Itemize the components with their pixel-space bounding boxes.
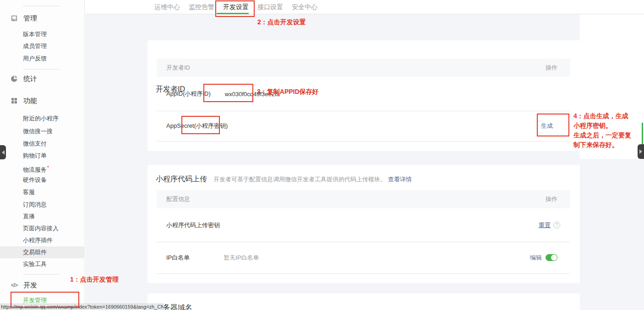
sidebar-item-experiment-tools[interactable]: 实验工具: [23, 260, 47, 268]
sidebar-item-customer-service[interactable]: 客服: [23, 188, 35, 196]
sidebar-group-features[interactable]: 功能: [10, 96, 37, 105]
annotation-rect-dev-management: [11, 292, 79, 308]
sidebar-group-development[interactable]: </> 开发: [10, 281, 37, 290]
tab-interface-settings[interactable]: 接口设置: [257, 3, 283, 11]
sidebar-group-label: 开发: [23, 281, 37, 290]
annotation-step3: 3：复制APPID保存好: [257, 88, 319, 96]
pie-icon: [10, 75, 18, 83]
sidebar-item-member-management[interactable]: 成员管理: [23, 42, 47, 50]
sidebar-divider: [23, 6, 60, 6]
row-divider: [157, 141, 570, 141]
ip-whitelist-row: IP白名单 暂无IP白名单 编辑: [157, 242, 570, 273]
annotation-step4: 4：点击生成，生成 小程序密钥。 生成之后，一定要复 制下来保存好。: [573, 111, 643, 150]
sidebar-divider: [23, 274, 60, 275]
sidebar-item-wechat-search[interactable]: 微信搜一搜: [23, 127, 53, 136]
annotation-rect-dev-settings-tab: [215, 0, 255, 17]
sidebar-item-user-feedback[interactable]: 用户反馈: [23, 54, 47, 63]
tray-icon: [10, 14, 18, 22]
column-developer-id: 开发者ID: [166, 64, 190, 72]
card-description: 开发者可基于配置信息调用微信开发者工具提供的代码上传模块。: [213, 175, 386, 184]
sidebar-item-wechat-pay[interactable]: 微信支付: [23, 140, 47, 148]
wechat-miniprogram-console: 管理 版本管理 成员管理 用户反馈 统计 功能 附近的小程序 微信搜一搜 微信支…: [0, 0, 644, 310]
tab-monitor-alert[interactable]: 监控告警: [189, 3, 214, 11]
sidebar: 管理 版本管理 成员管理 用户反馈 统计 功能 附近的小程序 微信搜一搜 微信支…: [0, 0, 85, 310]
ip-whitelist-toggle[interactable]: [546, 254, 557, 261]
column-actions: 操作: [546, 195, 557, 203]
left-arrow-icon: [2, 150, 5, 155]
code-icon: </>: [10, 281, 18, 289]
sidebar-item-logistics-service[interactable]: 物流服务*: [23, 164, 49, 172]
annotation-step1: 1：点击开发管理: [70, 276, 119, 284]
edit-ip-whitelist-button[interactable]: 编辑: [530, 254, 542, 262]
ip-whitelist-label: IP白名单: [166, 254, 190, 262]
ip-whitelist-value: 暂无IP白名单: [224, 254, 259, 262]
reset-key-button[interactable]: 重置: [539, 221, 551, 229]
sidebar-item-version-management[interactable]: 版本管理: [23, 30, 47, 38]
tab-operations-center[interactable]: 运维中心: [154, 3, 180, 11]
annotation-rect-appsecret: [181, 116, 220, 134]
sidebar-item-hardware-devices[interactable]: 硬件设备: [23, 176, 47, 184]
toggle-knob: [551, 255, 557, 261]
sidebar-item-label: 物流服务: [23, 166, 47, 173]
new-badge: *: [47, 165, 49, 170]
annotation-rect-generate: [537, 114, 569, 136]
question-icon[interactable]: ?: [553, 222, 560, 228]
grid-icon: [10, 97, 18, 105]
view-details-link[interactable]: 查看详情: [388, 175, 412, 184]
sidebar-group-label: 统计: [23, 75, 37, 83]
server-domain-card: 服务器域名: [147, 294, 580, 310]
sidebar-group-label: 管理: [23, 14, 37, 23]
collapse-left-arrow-button[interactable]: [0, 145, 6, 159]
sidebar-item-live[interactable]: 直播: [23, 212, 35, 221]
column-config-info: 配置信息: [166, 195, 190, 203]
column-actions: 操作: [546, 64, 557, 72]
right-arrow-icon: [639, 149, 642, 154]
table-header: 开发者ID 操作: [157, 59, 570, 77]
sidebar-item-page-content-access[interactable]: 页面内容接入: [23, 224, 59, 233]
card-title: 小程序代码上传: [156, 174, 207, 184]
sidebar-item-miniprogram-plugin[interactable]: 小程序插件: [23, 236, 53, 245]
sidebar-item-trade-component[interactable]: 交易组件: [0, 246, 85, 258]
sidebar-item-subscribe-message[interactable]: 订阅消息: [23, 201, 47, 209]
sidebar-group-statistics[interactable]: 统计: [10, 74, 37, 83]
row-divider: [157, 273, 570, 274]
sidebar-group-label: 功能: [23, 97, 37, 105]
tab-security-center[interactable]: 安全中心: [292, 3, 317, 11]
sidebar-item-nearby-miniprogram[interactable]: 附近的小程序: [23, 114, 59, 123]
table-header: 配置信息 操作: [157, 190, 570, 208]
sidebar-item-shopping-orders[interactable]: 购物订单: [23, 152, 47, 160]
upload-key-row: 小程序代码上传密钥 重置 ?: [157, 208, 570, 242]
annotation-rect-appid: [203, 84, 253, 102]
settings-tabbar: 运维中心 监控告警 开发设置 接口设置 安全中心: [85, 0, 644, 14]
sidebar-divider: [23, 69, 60, 70]
sidebar-group-management[interactable]: 管理: [10, 14, 37, 23]
code-upload-card: 小程序代码上传 开发者可基于配置信息调用微信开发者工具提供的代码上传模块。 查看…: [147, 165, 580, 283]
annotation-step2: 2：点击开发设置: [257, 18, 306, 27]
upload-key-label: 小程序代码上传密钥: [166, 221, 220, 229]
